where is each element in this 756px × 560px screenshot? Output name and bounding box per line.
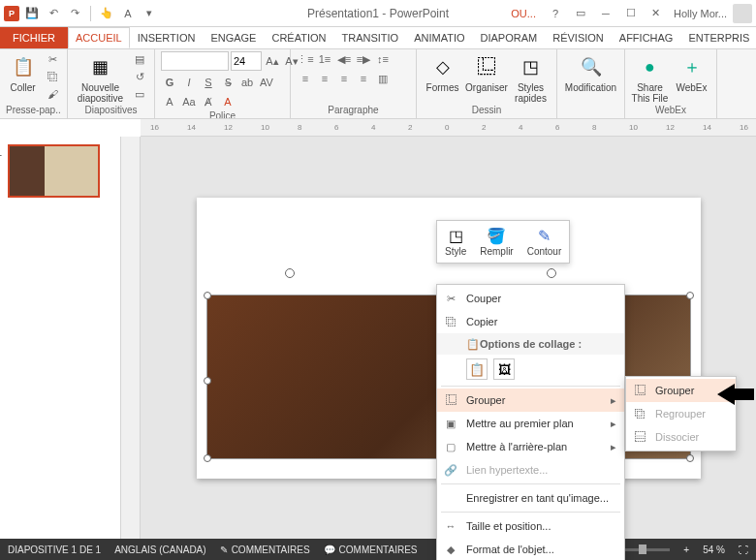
font-family-select[interactable] (161, 51, 229, 71)
section-icon[interactable]: ▭ (131, 86, 148, 102)
highlight-icon[interactable]: A (219, 94, 236, 109)
scissors-icon: ✂ (443, 293, 458, 305)
mini-style-button[interactable]: ◳ Style (441, 225, 470, 259)
minimize-icon[interactable]: ─ (594, 4, 617, 23)
outline-icon: ✎ (538, 227, 551, 246)
style-icon: ◳ (449, 227, 463, 246)
underline-icon[interactable]: S (200, 75, 217, 90)
resize-handle[interactable] (204, 454, 211, 462)
ctx-bring-to-front[interactable]: ▣ Mettre au premier plan ▸ (437, 412, 624, 435)
ctx-cut[interactable]: ✂ Couper (437, 287, 624, 310)
bullets-icon[interactable]: ⋮≡ (297, 51, 314, 67)
webex-icon: ＋ (678, 53, 706, 80)
resize-handle[interactable] (204, 292, 211, 299)
shapes-button[interactable]: ◇ Formes (423, 51, 462, 93)
fill-icon: 🪣 (487, 227, 506, 246)
editing-button[interactable]: 🔍 Modification (563, 51, 618, 93)
paste-option-1[interactable]: 📋 (466, 358, 488, 380)
help-icon[interactable]: ? (544, 4, 567, 23)
italic-icon[interactable]: I (180, 75, 198, 90)
tab-slideshow[interactable]: DIAPORAM (473, 27, 546, 48)
tab-review[interactable]: RÉVISION (545, 27, 612, 48)
columns-icon[interactable]: ▥ (374, 71, 392, 86)
status-bar: DIAPOSITIVE 1 DE 1 ANGLAIS (CANADA) ✎ CO… (0, 539, 756, 560)
font-color-a-icon[interactable]: A (161, 94, 178, 109)
submenu-arrow-icon: ▸ (611, 418, 616, 430)
increase-font-icon[interactable]: A▴ (264, 53, 281, 69)
undo-icon[interactable]: ↶ (45, 5, 62, 22)
group-clipboard-label: Presse-pap... (6, 104, 61, 118)
save-icon[interactable]: 💾 (23, 5, 41, 22)
ctx-save-as-image[interactable]: Enregistrer en tant qu'image... (437, 486, 624, 510)
resize-handle[interactable] (204, 377, 211, 385)
maximize-icon[interactable]: ☐ (619, 4, 643, 23)
align-left-icon[interactable]: ≡ (297, 71, 314, 86)
rotation-handle[interactable] (285, 268, 295, 278)
line-spacing-icon[interactable]: ↕≡ (374, 51, 392, 67)
resize-handle[interactable] (686, 292, 694, 299)
quick-styles-button[interactable]: ◳ Styles rapides (511, 51, 551, 104)
tab-transitions[interactable]: TRANSITIO (334, 27, 407, 48)
align-center-icon[interactable]: ≡ (316, 71, 333, 86)
status-slide-count: DIAPOSITIVE 1 DE 1 (8, 544, 101, 555)
ribbon-options-icon[interactable]: ▭ (569, 4, 592, 23)
tab-home[interactable]: ACCUEIL (68, 27, 130, 48)
spacing-icon[interactable]: AV (258, 75, 275, 90)
cut-icon[interactable]: ✂ (44, 51, 61, 67)
tab-insert[interactable]: INSERTION (130, 27, 204, 48)
user-name: Holly Mor... (670, 8, 731, 19)
slide-thumbnail-1[interactable]: 1 (8, 144, 100, 198)
decrease-indent-icon[interactable]: ◀≡ (335, 51, 353, 67)
qat-customize-icon[interactable]: ▾ (141, 5, 158, 22)
clear-format-icon[interactable]: A̸ (200, 94, 217, 109)
increase-indent-icon[interactable]: ≡▶ (355, 51, 372, 67)
user-avatar[interactable] (733, 4, 752, 23)
status-language[interactable]: ANGLAIS (CANADA) (114, 544, 205, 555)
numbering-icon[interactable]: 1≡ (316, 51, 333, 67)
ungroup-icon: ⿳ (632, 431, 647, 443)
ctx-group[interactable]: ⿺ Grouper ▸ (437, 389, 624, 412)
ctx-size-position[interactable]: ↔ Taille et position... (437, 514, 624, 538)
mini-outline-button[interactable]: ✎ Contour (523, 225, 566, 259)
tab-animations[interactable]: ANIMATIO (406, 27, 472, 48)
tab-file[interactable]: FICHIER (0, 27, 68, 48)
new-slide-button[interactable]: ▦ Nouvelle diapositive (74, 51, 127, 104)
ctx-copy[interactable]: ⿻ Copier (437, 310, 624, 333)
zoom-in-icon[interactable]: + (683, 544, 689, 555)
touch-mode-icon[interactable]: 👆 (98, 5, 115, 22)
new-slide-icon: ▦ (87, 53, 114, 80)
shadow-icon[interactable]: ab (238, 75, 256, 90)
justify-icon[interactable]: ≡ (355, 71, 372, 86)
strikethrough-icon[interactable]: S̶ (219, 75, 236, 90)
share-file-button[interactable]: ● Share This File (631, 51, 669, 104)
fit-to-window-icon[interactable]: ⛶ (739, 544, 748, 555)
status-comments-2[interactable]: 💬 COMMENTAIRES (324, 544, 418, 555)
copy-icon[interactable]: ⿻ (44, 69, 61, 84)
layout-icon[interactable]: ▤ (131, 51, 148, 67)
tab-design[interactable]: CRÉATION (264, 27, 333, 48)
mini-fill-button[interactable]: 🪣 Remplir (476, 225, 517, 259)
redo-icon[interactable]: ↷ (66, 5, 83, 22)
tab-view[interactable]: AFFICHAG (612, 27, 681, 48)
change-case-icon[interactable]: Aa (180, 94, 198, 109)
reset-icon[interactable]: ↺ (131, 69, 148, 84)
tab-engage[interactable]: ENGAGE (203, 27, 264, 48)
rotation-handle[interactable] (547, 268, 556, 278)
format-painter-icon[interactable]: 🖌 (44, 86, 61, 102)
webex-button[interactable]: ＋ WebEx (673, 51, 710, 93)
ctx-send-to-back[interactable]: ▢ Mettre à l'arrière-plan ▸ (437, 435, 624, 458)
ctx-format-object[interactable]: ◆ Format de l'objet... (437, 538, 624, 560)
resize-handle[interactable] (686, 454, 694, 462)
tab-enterprise[interactable]: ENTERPRIS (680, 27, 756, 48)
font-size-select[interactable] (231, 51, 262, 71)
zoom-level[interactable]: 54 % (703, 544, 725, 555)
close-icon[interactable]: ✕ (645, 4, 668, 23)
paste-button[interactable]: 📋 Coller (6, 51, 40, 93)
arrange-button[interactable]: ⿺ Organiser (466, 51, 507, 93)
paste-option-2[interactable]: 🖼 (493, 358, 515, 380)
bold-icon[interactable]: G (161, 75, 178, 90)
status-comments-1[interactable]: ✎ COMMENTAIRES (220, 544, 310, 555)
qat-letter-a[interactable]: A (119, 5, 137, 22)
group-icon: ⿺ (632, 385, 647, 396)
align-right-icon[interactable]: ≡ (335, 71, 353, 86)
